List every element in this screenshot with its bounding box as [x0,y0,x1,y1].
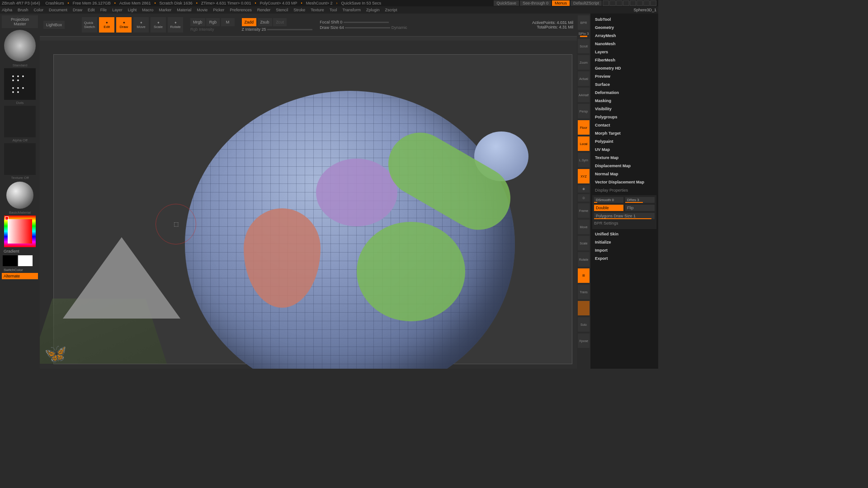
polygons-drawsize-slider[interactable]: Polygons Draw Size 1 [594,213,655,219]
panel-import[interactable]: Import [592,246,656,254]
seethrough-button[interactable]: See-through 0 [520,0,551,6]
menu-tool[interactable]: Tool [330,8,337,12]
menu-movie[interactable]: Movie [197,8,208,12]
panel-subtool[interactable]: SubTool [592,15,656,23]
gradient-label[interactable]: Gradient [2,248,38,254]
panel-masking[interactable]: Masking [592,97,656,105]
dynamic-button[interactable] [578,301,590,315]
panel-polygroups[interactable]: Polygroups [592,113,656,121]
texture-thumbnail[interactable] [4,143,36,175]
switchcolor-button[interactable]: SwitchColor [2,267,38,273]
panel-geometry[interactable]: Geometry [592,23,656,32]
panel-unifiedskin[interactable]: Unified Skin [592,230,656,238]
persp-button[interactable]: Persp [578,104,590,118]
scroll-button[interactable]: Scroll [578,39,590,53]
alternate-button[interactable]: Alternate [2,273,38,279]
panel-initialize[interactable]: Initialize [592,238,656,246]
quicksave-button[interactable]: QuickSave [494,0,519,6]
panel-morphtarget[interactable]: Morph Target [592,129,656,137]
panel-normalmap[interactable]: Normal Map [592,170,656,178]
menu-document[interactable]: Document [49,8,67,12]
window-icon[interactable] [603,0,609,6]
trans-button[interactable]: Trans [578,285,590,299]
solo-button[interactable]: Solo [578,317,590,332]
zsub-button[interactable]: Zsub [258,18,272,26]
window-icon[interactable] [616,0,623,6]
menu-light[interactable]: Light [128,8,137,12]
menu-layer[interactable]: Layer [112,8,123,12]
menu-edit[interactable]: Edit [88,8,95,12]
stroke-thumbnail[interactable] [4,68,36,100]
focal-shift-slider[interactable]: Focal Shift 0 [320,20,342,24]
edit-button[interactable]: ✦Edit [99,17,114,33]
local-button[interactable]: Local [578,136,590,151]
panel-displacementmap[interactable]: Displacement Map [592,162,656,170]
spix-slider[interactable]: SPix 3 [578,32,590,37]
dsmooth-slider[interactable]: DSmooth 0 [594,197,623,203]
current-tool[interactable]: Sphere3D_1 [633,8,656,12]
panel-surface[interactable]: Surface [592,80,656,89]
panel-vectordispmap[interactable]: Vector Displacement Map [592,178,656,186]
panel-polypaint[interactable]: Polypaint [592,137,656,145]
panel-geometryhd[interactable]: Geometry HD [592,64,656,72]
close-icon[interactable] [650,0,656,6]
panel-nanomesh[interactable]: NanoMesh [592,40,656,48]
bpr-button[interactable]: BPR [578,15,590,30]
menu-render[interactable]: Render [257,8,271,12]
panel-uvmap[interactable]: UV Map [592,145,656,154]
menu-zplugin[interactable]: Zplugin [366,8,380,12]
actual-button[interactable]: Actual [578,71,590,86]
zoom-button[interactable]: Zoom [578,55,590,70]
secondary-color-swatch[interactable] [3,255,17,266]
m-button[interactable]: M [221,18,235,26]
menu-macro[interactable]: Macro [142,8,153,12]
menu-brush[interactable]: Brush [18,8,28,12]
zcut-button[interactable]: Zcut [273,18,287,26]
brush-thumbnail[interactable] [4,30,36,61]
menu-preferences[interactable]: Preferences [230,8,252,12]
bpr-settings[interactable]: BPR Settings [594,219,655,227]
menu-stroke[interactable]: Stroke [293,8,305,12]
menu-marker[interactable]: Marker [159,8,171,12]
zadd-button[interactable]: Zadd [242,18,257,26]
xyz-button[interactable]: XYZ [578,169,590,183]
panel-visibility[interactable]: Visibility [592,105,656,113]
dynamic-label[interactable]: Dynamic [392,25,407,30]
menu-file[interactable]: File [100,8,107,12]
menu-texture[interactable]: Texture [311,8,324,12]
panel-arraymesh[interactable]: ArrayMesh [592,32,656,40]
lsym-button[interactable]: L.Sym [578,153,590,167]
scale-button[interactable]: ✦Scale [151,17,166,33]
panel-deformation[interactable]: Deformation [592,89,656,97]
menus-button[interactable]: Menus [552,0,570,6]
mrgb-button[interactable]: Mrgb [190,18,205,26]
panel-displayprops[interactable]: Display Properties [592,186,656,194]
projection-master-button[interactable]: Projection Master [2,15,38,28]
xpose-button[interactable]: Xpose [578,333,590,348]
viewport[interactable] [53,54,572,364]
rgb-button[interactable]: Rgb [206,18,220,26]
aahalf-button[interactable]: AAHalf [578,88,590,102]
maximize-icon[interactable] [643,0,650,6]
move-button[interactable]: ✦Move [133,17,149,33]
quicksketch-button[interactable]: Quick Sketch [82,17,97,33]
align-button[interactable]: ◉ [578,185,590,192]
double-button[interactable]: Double [594,205,623,211]
dres-slider[interactable]: DRes 3 [625,197,655,203]
nav-rotate-button[interactable]: Rotate [578,252,590,267]
menu-stencil[interactable]: Stencil [276,8,288,12]
minimize-icon[interactable] [637,0,643,6]
floor-button[interactable]: Floor [578,120,590,135]
window-icon[interactable] [630,0,636,6]
menu-picker[interactable]: Picker [213,8,224,12]
menu-zscript[interactable]: Zscript [385,8,397,12]
lightbox-button[interactable]: LightBox [43,21,65,29]
canvas[interactable]: 🦋 [40,41,577,369]
defaultscript-button[interactable]: DefaultZScript [571,0,602,6]
ruler[interactable] [40,36,577,41]
window-icon[interactable] [623,0,629,6]
linefill-button[interactable]: ⊞ [578,268,590,283]
menu-material[interactable]: Material [177,8,191,12]
menu-transform[interactable]: Transform [342,8,361,12]
nav-move-button[interactable]: Move [578,220,590,234]
